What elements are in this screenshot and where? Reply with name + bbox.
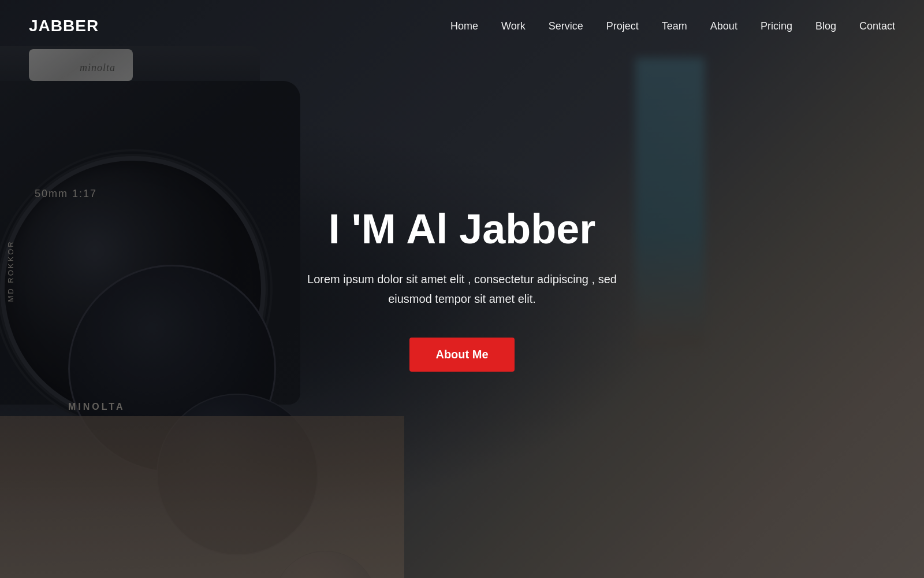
nav-item-project[interactable]: Project bbox=[606, 20, 639, 32]
nav-item-service[interactable]: Service bbox=[549, 20, 583, 32]
nav-item-home[interactable]: Home bbox=[450, 20, 478, 32]
nav-link-blog[interactable]: Blog bbox=[815, 20, 836, 32]
nav-link-pricing[interactable]: Pricing bbox=[761, 20, 792, 32]
hero-title: I 'M Al Jabber bbox=[260, 206, 664, 252]
nav-item-blog[interactable]: Blog bbox=[815, 20, 836, 32]
nav-item-pricing[interactable]: Pricing bbox=[761, 20, 792, 32]
nav-link-contact[interactable]: Contact bbox=[859, 20, 895, 32]
brand-logo[interactable]: JABBER bbox=[29, 17, 99, 35]
nav-link-about[interactable]: About bbox=[710, 20, 737, 32]
nav-item-work[interactable]: Work bbox=[501, 20, 526, 32]
nav-link-home[interactable]: Home bbox=[450, 20, 478, 32]
nav-link-work[interactable]: Work bbox=[501, 20, 526, 32]
hero-content: I 'M Al Jabber Lorem ipsum dolor sit ame… bbox=[260, 206, 664, 372]
nav-item-contact[interactable]: Contact bbox=[859, 20, 895, 32]
nav-link-service[interactable]: Service bbox=[549, 20, 583, 32]
nav-item-about[interactable]: About bbox=[710, 20, 737, 32]
navbar: JABBER Home Work Service Project Team Ab… bbox=[0, 0, 924, 52]
about-me-button[interactable]: About Me bbox=[409, 338, 514, 372]
nav-links-list: Home Work Service Project Team About Pri… bbox=[450, 20, 895, 32]
hero-section: minolta 50mm 1:17 MD ROKKOR MINOLTA J bbox=[0, 0, 924, 578]
nav-link-project[interactable]: Project bbox=[606, 20, 639, 32]
nav-item-team[interactable]: Team bbox=[662, 20, 687, 32]
hero-subtitle: Lorem ipsum dolor sit amet elit , consec… bbox=[260, 269, 664, 309]
nav-link-team[interactable]: Team bbox=[662, 20, 687, 32]
